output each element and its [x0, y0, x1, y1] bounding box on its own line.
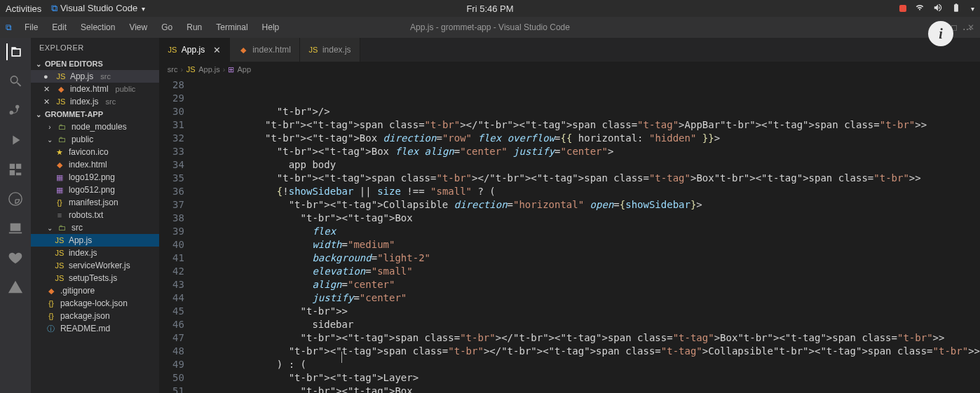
code-line[interactable]: ) : ( [194, 358, 980, 371]
screen-record-icon[interactable] [899, 5, 906, 12]
code-line[interactable]: "t-br"><"t-tag">span class="t-br"></"t-b… [194, 172, 980, 185]
breadcrumb[interactable]: src›JSApp.js›⊞App [159, 62, 980, 77]
run-debug-activity[interactable] [7, 132, 24, 149]
system-menu-icon[interactable]: ▾ [971, 5, 974, 13]
perf-activity[interactable] [7, 191, 24, 207]
app-indicator[interactable]: ⧉ Visual Studio Code ▾ [51, 3, 145, 14]
code-line[interactable]: "t-br"><"t-tag">Box [194, 212, 980, 225]
close-icon[interactable]: ✕ [43, 85, 52, 94]
code-line[interactable]: flex [194, 225, 980, 238]
chevron-down-icon: ⌄ [46, 224, 53, 232]
code-line[interactable]: {!showSidebar || size !== "small" ? ( [194, 185, 980, 198]
text-cursor [341, 352, 342, 363]
editor-tab[interactable]: ◆index.html [230, 38, 300, 62]
code-line[interactable]: align="center" [194, 278, 980, 291]
file-dir: public [116, 85, 136, 93]
txt-icon: ≡ [55, 210, 64, 220]
volume-icon[interactable] [933, 3, 943, 15]
file-item[interactable]: ★favicon.ico [31, 146, 159, 158]
code-line[interactable]: "t-br">> [194, 305, 980, 318]
code-line[interactable]: "t-br">/> [194, 105, 980, 118]
file-item[interactable]: {}package-lock.json [31, 297, 159, 310]
open-editor-item[interactable]: ✕◆index.htmlpublic [31, 83, 159, 95]
code-editor[interactable]: 2829303132333435363738394041424344454647… [159, 77, 980, 393]
tab-label: index.js [322, 45, 351, 55]
file-item[interactable]: JSindex.js [31, 247, 159, 259]
code-line[interactable]: background="light-2" [194, 251, 980, 265]
code-line[interactable]: "t-br"><"t-tag">Box [194, 385, 980, 393]
editor-group: JSApp.js✕◆index.htmlJSindex.js src›JSApp… [159, 38, 980, 393]
menu-file[interactable]: File [19, 20, 43, 35]
editor-tab[interactable]: JSApp.js✕ [159, 38, 230, 62]
code-line[interactable]: width="medium" [194, 238, 980, 251]
remote-activity[interactable] [7, 220, 24, 237]
file-item[interactable]: JSserviceWorker.js [31, 259, 159, 272]
file-item[interactable]: JSApp.js [31, 234, 159, 247]
code-line[interactable]: elevation="small" [194, 265, 980, 278]
breadcrumb-item[interactable]: src [168, 65, 178, 74]
menu-view[interactable]: View [123, 20, 153, 35]
folder-item[interactable]: ⌄🗀public [31, 133, 159, 146]
code-line[interactable]: "t-br"><"t-tag">Box direction="row" flex… [194, 132, 980, 145]
extensions-activity[interactable] [7, 161, 24, 178]
file-name: index.js [70, 97, 99, 106]
code-line[interactable]: justify="center" [194, 291, 980, 305]
open-editors-header[interactable]: ⌄ OPEN EDITORS [31, 57, 159, 70]
open-editor-item[interactable]: ●JSApp.jssrc [31, 70, 159, 83]
battery-icon[interactable] [951, 3, 961, 15]
folder-root-header[interactable]: ⌄ GROMMET-APP [31, 108, 159, 120]
html-icon: ◆ [238, 45, 248, 55]
file-item[interactable]: ◆index.html [31, 158, 159, 171]
menu-edit[interactable]: Edit [46, 20, 72, 35]
js-icon: JS [55, 248, 64, 258]
symbol-icon: ⊞ [228, 65, 234, 74]
tree-item-label: robots.txt [69, 210, 103, 220]
activities-button[interactable]: Activities [6, 4, 41, 14]
file-dir: src [100, 72, 111, 81]
heart-activity[interactable] [7, 249, 24, 266]
folder-item[interactable]: ›🗀node_modules [31, 120, 159, 133]
file-item[interactable]: ▦logo192.png [31, 171, 159, 184]
file-item[interactable]: {}package.json [31, 310, 159, 322]
code-line[interactable]: "t-br"><"t-tag">Box flex align="center" … [194, 145, 980, 158]
code-line[interactable]: app body [194, 158, 980, 172]
menu-go[interactable]: Go [156, 20, 178, 35]
warning-activity[interactable] [7, 279, 24, 296]
breadcrumb-item[interactable]: JSApp.js [186, 64, 220, 74]
code-line[interactable]: "t-br"><"t-tag">span class="t-br"></"t-b… [194, 331, 980, 345]
wifi-icon[interactable] [915, 3, 925, 15]
close-icon[interactable]: ✕ [213, 45, 221, 55]
file-item[interactable]: ≡robots.txt [31, 209, 159, 221]
menu-terminal[interactable]: Terminal [210, 20, 253, 35]
code-line[interactable]: sidebar [194, 318, 980, 331]
open-editor-item[interactable]: ✕JSindex.jssrc [31, 95, 159, 108]
code-line[interactable]: "t-br"><"t-tag">span class="t-br"></"t-b… [194, 345, 980, 358]
file-item[interactable]: ◆.gitignore [31, 284, 159, 297]
dirty-dot-icon[interactable]: ● [43, 72, 52, 81]
tree-item-label: node_modules [72, 122, 127, 132]
tree-item-label: .gitignore [60, 286, 95, 296]
menu-selection[interactable]: Selection [75, 20, 121, 35]
explorer-activity[interactable] [6, 43, 23, 60]
code-line[interactable]: "t-br"><"t-tag">span class="t-br"></"t-b… [194, 118, 980, 132]
file-name: index.html [70, 84, 109, 94]
close-icon[interactable]: ✕ [43, 97, 52, 106]
menu-run[interactable]: Run [181, 20, 207, 35]
folder-item[interactable]: ⌄🗀src [31, 221, 159, 234]
menu-help[interactable]: Help [257, 20, 285, 35]
editor-overflow-icon[interactable]: ⋯ [962, 24, 973, 35]
code-line[interactable]: "t-br"><"t-tag">Layer> [194, 371, 980, 385]
editor-tab[interactable]: JSindex.js [300, 38, 360, 62]
source-control-activity[interactable] [7, 102, 24, 119]
os-clock[interactable]: Fri 5:46 PM [466, 4, 513, 14]
folder-icon: 🗀 [57, 135, 67, 144]
code-line[interactable]: "t-br"><"t-tag">Collapsible direction="h… [194, 198, 980, 212]
img-icon: ▦ [55, 185, 64, 195]
breadcrumb-item[interactable]: ⊞App [228, 65, 251, 74]
file-item[interactable]: ⓘREADME.md [31, 322, 159, 335]
file-item[interactable]: ▦logo512.png [31, 184, 159, 196]
search-activity[interactable] [7, 73, 24, 90]
file-item[interactable]: {}manifest.json [31, 196, 159, 209]
code-content[interactable]: "t-br">/> "t-br"><"t-tag">span class="t-… [194, 77, 980, 393]
file-item[interactable]: JSsetupTests.js [31, 272, 159, 284]
